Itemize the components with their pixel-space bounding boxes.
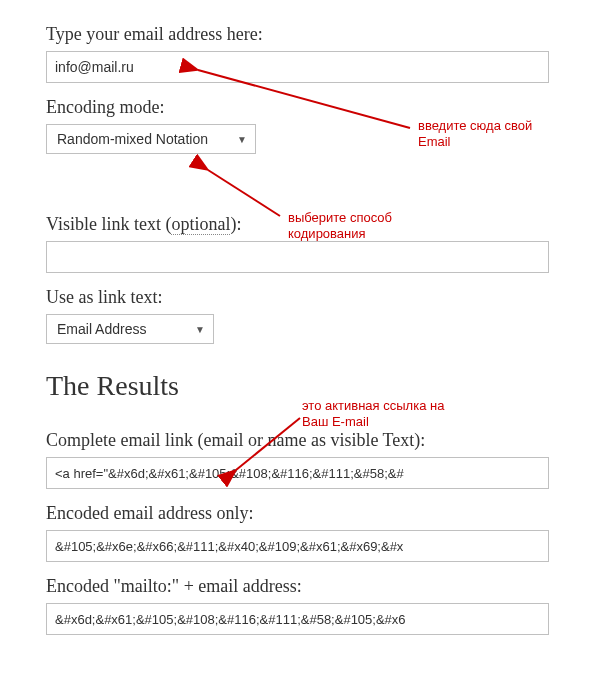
annotation-choose-encoding: выберите способ кодирования [288, 210, 392, 243]
optional-hint: optional [171, 214, 230, 235]
encoding-label: Encoding mode: [46, 97, 549, 118]
chevron-down-icon: ▼ [237, 134, 247, 145]
visible-text-label-pre: Visible link text ( [46, 214, 171, 234]
linktext-selected: Email Address [57, 321, 146, 337]
encoded-mailto-label: Encoded "mailto:" + email address: [46, 576, 549, 597]
encoded-mailto-output[interactable] [46, 603, 549, 635]
encoded-only-label: Encoded email address only: [46, 503, 549, 524]
annotation-enter-email: введите сюда свой Email [418, 118, 532, 151]
encoding-selected: Random-mixed Notation [57, 131, 208, 147]
visible-text-input[interactable] [46, 241, 549, 273]
encoded-only-output[interactable] [46, 530, 549, 562]
linktext-select[interactable]: Email Address ▼ [46, 314, 214, 344]
email-input[interactable] [46, 51, 549, 83]
visible-text-label-post: ): [230, 214, 241, 234]
results-heading: The Results [46, 370, 549, 402]
email-label: Type your email address here: [46, 24, 549, 45]
complete-link-output[interactable] [46, 457, 549, 489]
linktext-label: Use as link text: [46, 287, 549, 308]
annotation-active-link: это активная ссылка на Ваш E-mail [302, 398, 444, 431]
chevron-down-icon: ▼ [195, 324, 205, 335]
svg-line-2 [208, 170, 280, 216]
encoding-select[interactable]: Random-mixed Notation ▼ [46, 124, 256, 154]
complete-link-label: Complete email link (email or name as vi… [46, 430, 549, 451]
